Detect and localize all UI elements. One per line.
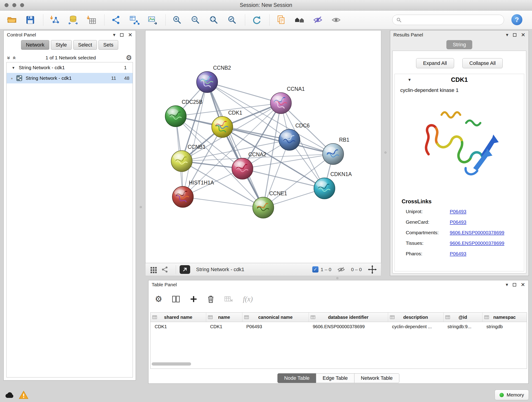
pan-crosshair-button[interactable] (368, 265, 377, 274)
table-options-gear-icon[interactable]: ⚙ (155, 295, 162, 303)
cell-database-identifier[interactable]: 9606.ENSP00000378699 (309, 322, 388, 332)
network-list-view-button[interactable] (161, 266, 168, 273)
panel-float-icon[interactable] (513, 33, 516, 37)
tab-sets[interactable]: Sets (99, 40, 118, 50)
zoom-selected-button[interactable] (226, 13, 239, 26)
new-network-button[interactable] (109, 13, 122, 26)
table-row[interactable]: CDK1 CDK1 P06493 9606.ENSP00000378699 cy… (151, 322, 527, 332)
cell-name[interactable]: CDK1 (206, 322, 242, 332)
search-icon (396, 17, 402, 23)
graphics-details-button[interactable] (311, 13, 324, 26)
panel-float-icon[interactable] (120, 33, 123, 37)
cell-shared-name[interactable]: CDK1 (151, 322, 206, 332)
eye-icon (331, 15, 341, 25)
toolbar-separator (245, 14, 245, 26)
crosslink-link[interactable]: 9606.ENSP00000378699 (450, 240, 504, 246)
add-column-button[interactable] (190, 295, 197, 303)
import-network-file-button[interactable] (48, 13, 61, 26)
column-header[interactable]: @id (443, 313, 482, 322)
tab-select[interactable]: Select (73, 40, 97, 50)
titlebar: Session: New Session (0, 0, 532, 11)
panel-close-icon[interactable]: ✕ (128, 32, 133, 38)
collection-expand-icon[interactable]: ▼ (12, 66, 15, 70)
selected-checkbox-icon[interactable]: ✓ (312, 266, 318, 273)
column-header[interactable]: description (388, 313, 443, 322)
horizontal-scrollbar[interactable] (152, 362, 191, 366)
tab-edge-table[interactable]: Edge Table (316, 373, 355, 383)
cell-description[interactable]: cyclin-dependent ... (388, 322, 443, 332)
crosslink-link[interactable]: P06493 (450, 209, 466, 214)
birdseye-toggle-button[interactable] (180, 265, 190, 274)
birdseye-view-button[interactable] (293, 13, 306, 26)
cell-id[interactable]: stringdb:9... (443, 322, 482, 332)
network-options-gear-icon[interactable]: ⚙ (126, 54, 132, 61)
panel-float-icon[interactable] (513, 283, 516, 287)
import-network-database-button[interactable] (67, 13, 80, 26)
zoom-out-button[interactable] (189, 13, 202, 26)
show-all-button[interactable] (330, 13, 342, 26)
warnings-button[interactable] (18, 390, 29, 400)
crosslink-link[interactable]: 9606.ENSP00000378699 (450, 230, 504, 235)
open-session-button[interactable] (6, 13, 18, 26)
horizontal-splitter-handle[interactable] (336, 277, 338, 279)
right-splitter-handle[interactable] (385, 152, 386, 153)
crosslink-row: GeneCard: P06493 (406, 219, 524, 225)
collapse-all-button[interactable]: Collapse All (462, 58, 503, 68)
grid-view-button[interactable] (150, 266, 157, 274)
show-columns-button[interactable] (172, 295, 180, 303)
tab-style[interactable]: Style (51, 40, 72, 50)
crosslink-link[interactable]: P06493 (450, 251, 466, 256)
svg-text:RB1: RB1 (339, 137, 349, 143)
tab-network[interactable]: Network (21, 40, 49, 50)
panel-close-icon[interactable]: ✕ (521, 32, 525, 38)
help-button[interactable]: ? (511, 14, 522, 25)
string-network-icon (16, 75, 22, 81)
tab-string[interactable]: String (446, 40, 472, 49)
network-view-toolbar: String Network - cdk1 ✓ 1 – 0 0 – 0 (145, 263, 381, 276)
app-window: Session: New Session (0, 0, 532, 402)
crosslink-row: Pharos: P06493 (406, 251, 524, 256)
svg-text:HIST1H1A: HIST1H1A (189, 180, 214, 186)
memory-button[interactable]: Memory (495, 390, 529, 400)
function-builder-button[interactable]: f(x) (243, 295, 253, 303)
panel-menu-icon[interactable]: ▾ (506, 32, 508, 38)
crosslink-row: Tissues: 9606.ENSP00000378699 (406, 240, 524, 246)
network-row[interactable]: ● String Network - cdk1 11 48 (7, 73, 133, 83)
column-header[interactable]: shared name (151, 313, 206, 322)
tab-node-table[interactable]: Node Table (278, 373, 316, 383)
network-canvas[interactable]: CCNB2CCNA1CDC25BCDK1CDC6RB1CCNB1CCNA2CDK… (145, 30, 381, 263)
expand-all-button[interactable]: Expand All (416, 58, 454, 68)
refresh-layout-button[interactable] (250, 13, 263, 26)
duplicate-network-button[interactable] (275, 13, 288, 26)
zoom-fit-button[interactable] (207, 13, 220, 26)
column-header[interactable]: canonical name (242, 313, 309, 322)
column-header[interactable]: name (206, 313, 242, 322)
panel-menu-icon[interactable]: ▾ (506, 282, 508, 287)
clear-table-button[interactable] (224, 295, 233, 303)
crosslink-link[interactable]: P06493 (450, 219, 466, 225)
cloud-status-button[interactable] (4, 390, 15, 400)
save-session-button[interactable] (24, 13, 37, 26)
network-collection-row[interactable]: ▼ String Network - cdk1 1 (7, 62, 133, 73)
panel-menu-icon[interactable]: ▾ (113, 32, 115, 38)
tab-network-table[interactable]: Network Table (354, 373, 399, 383)
expand-all-networks-icon[interactable]: » (11, 56, 17, 59)
import-table-button[interactable] (85, 13, 98, 26)
cell-namespace[interactable]: stringdb (482, 322, 527, 332)
zoom-in-button[interactable] (171, 13, 184, 26)
hidden-eye-icon[interactable] (337, 266, 345, 273)
search-input[interactable] (404, 16, 504, 24)
gene-entry-cdk1: ▼ CDK1 cyclin-dependent kinase 1 (394, 74, 524, 271)
left-splitter-handle[interactable] (140, 206, 142, 208)
column-header[interactable]: namespac (482, 313, 527, 322)
cloud-icon (5, 391, 14, 399)
cell-canonical-name[interactable]: P06493 (242, 322, 309, 332)
export-image-button[interactable] (146, 13, 159, 26)
delete-column-button[interactable] (207, 295, 215, 303)
column-header[interactable]: database identifier (309, 313, 388, 322)
memory-status-dot (500, 393, 504, 397)
gene-name: CDK1 (395, 76, 524, 83)
network-selection-status: 1 of 1 Network selected (16, 55, 126, 61)
network-from-table-button[interactable] (128, 13, 141, 26)
panel-close-icon[interactable]: ✕ (521, 282, 525, 288)
